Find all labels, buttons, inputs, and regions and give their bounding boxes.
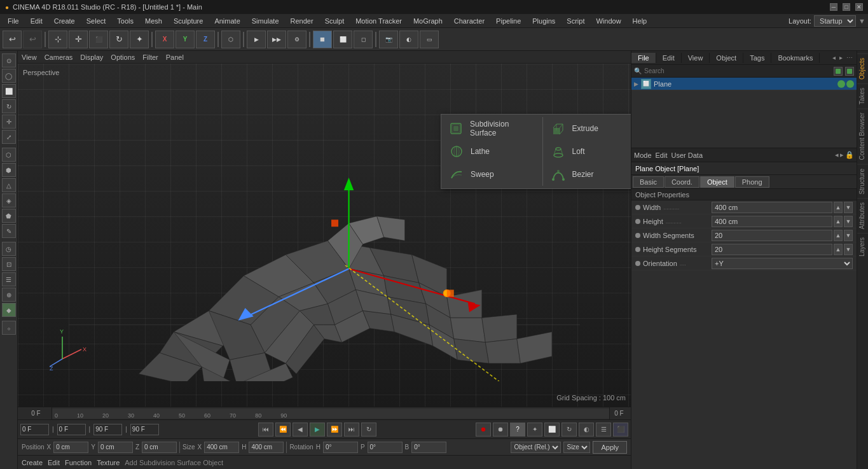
record-button[interactable]: ⏺ [476,423,491,437]
undo-button[interactable]: ↩ [3,31,22,48]
sidebar-btn-1[interactable]: ⊙ [2,53,16,67]
menu-tools[interactable]: Tools [112,16,139,26]
attr-menu-userdata[interactable]: User Data [672,151,703,159]
playback-current-field[interactable] [57,424,86,435]
menu-simulate[interactable]: Simulate [247,16,284,26]
redo-button[interactable]: ↩ [23,31,42,48]
menu-character[interactable]: Character [449,16,490,26]
attr-tab-object[interactable]: Object [700,176,734,188]
dropdown-item-sweep[interactable]: Sweep [441,163,542,186]
tab-object[interactable]: Object [710,53,743,63]
move-tool-button[interactable]: ✛ [69,31,88,48]
sidebar-btn-14[interactable]: ⊡ [2,257,16,271]
dropdown-item-lathe[interactable]: Lathe [441,140,542,163]
om-check-all[interactable] [834,67,843,76]
coord-h-rot[interactable]: 0° [323,442,358,453]
menu-select[interactable]: Select [81,16,111,26]
coord-x-pos[interactable]: 0 cm [53,442,88,453]
timeline-ruler[interactable]: 0 10 20 30 40 50 60 70 80 90 [52,409,609,419]
sidebar-btn-18[interactable]: ⬦ [2,321,16,335]
record-help-button[interactable]: ? [510,423,525,437]
universal-tool-button[interactable]: ✦ [130,31,149,48]
viewport-menu-cameras[interactable]: Cameras [45,53,73,61]
select-tool-button[interactable]: ⊹ [48,31,67,48]
status-menu-function[interactable]: Function [65,459,92,466]
axis-z-button[interactable]: Z [196,31,215,48]
attr-menu-edit[interactable]: Edit [656,151,668,159]
attr-hseg-spin-down[interactable]: ▼ [844,244,853,255]
menu-create[interactable]: Create [49,16,80,26]
vert-tab-layers[interactable]: Layers [857,233,869,260]
step-back-button[interactable]: ⏪ [275,423,291,437]
attr-width-input[interactable] [712,202,832,213]
attr-nav-left-icon[interactable]: ◂ [835,151,839,159]
sidebar-btn-15[interactable]: ☰ [2,272,16,286]
attr-height-spin-up[interactable]: ▲ [834,216,843,227]
view-wire-button[interactable]: ⬜ [333,31,352,48]
om-row-plane[interactable]: ▶ ⬜ Plane [631,78,857,90]
key-frame-button[interactable]: ⬜ [544,423,560,437]
goto-end-button[interactable]: ⏭ [344,423,359,437]
viewport-menu-filter[interactable]: Filter [142,53,158,61]
attr-wseg-spin-up[interactable]: ▲ [834,230,843,241]
sidebar-btn-16[interactable]: ⊕ [2,288,16,302]
attr-lock-icon[interactable]: 🔒 [845,151,854,159]
sidebar-btn-3[interactable]: ⬜ [2,84,16,98]
playback-start-field[interactable] [20,424,49,435]
layout-dropdown[interactable]: Startup [814,15,856,27]
om-vis-on-icon[interactable] [837,80,845,88]
play-reverse-button[interactable]: ◀ [293,423,308,437]
tab-bookmarks[interactable]: Bookmarks [771,53,820,63]
render-active-button[interactable]: ▶▶ [267,31,286,48]
vert-tab-content-browser[interactable]: Content Browser [857,108,869,164]
camera-button[interactable]: 📷 [379,31,398,48]
floor-button[interactable]: ▭ [420,31,439,48]
attr-wseg-spin-down[interactable]: ▼ [844,230,853,241]
sidebar-btn-17[interactable]: ◆ [2,303,16,317]
attr-height-spin-down[interactable]: ▼ [844,216,853,227]
viewport-menu-panel[interactable]: Panel [166,53,184,61]
attr-tab-basic[interactable]: Basic [633,176,664,188]
tab-view[interactable]: View [682,53,710,63]
key-add-button[interactable]: ✦ [527,423,542,437]
om-render-on-icon[interactable] [846,80,854,88]
sidebar-btn-5[interactable]: ✛ [2,115,16,129]
rotate-tool-button[interactable]: ↻ [109,31,128,48]
viewport-menu-display[interactable]: Display [80,53,103,61]
attr-tab-phong[interactable]: Phong [735,176,769,188]
menu-sculpt[interactable]: Sculpt [320,16,350,26]
minimize-button[interactable]: ─ [830,3,837,11]
menu-script[interactable]: Script [561,16,589,26]
render-settings-button[interactable]: ⚙ [287,31,307,48]
play-button[interactable]: ▶ [310,423,325,437]
attr-width-spin-down[interactable]: ▼ [844,202,853,213]
menu-render[interactable]: Render [286,16,319,26]
scale-tool-button[interactable]: ⬛ [89,31,108,48]
menu-help[interactable]: Help [628,16,652,26]
sidebar-btn-13[interactable]: ◷ [2,242,16,256]
axis-x-button[interactable]: X [155,31,174,48]
attr-tab-coord[interactable]: Coord. [665,176,699,188]
goto-start-button[interactable]: ⏮ [258,423,273,437]
attr-hseg-input[interactable] [712,244,832,255]
sidebar-btn-12[interactable]: ✎ [2,224,16,238]
om-search-input[interactable] [644,67,831,74]
coord-x-size[interactable]: 400 cm [204,442,239,453]
tab-tags[interactable]: Tags [743,53,771,63]
attr-nav-right-icon[interactable]: ▸ [840,151,844,159]
step-forward-button[interactable]: ⏩ [327,423,342,437]
menu-mograph[interactable]: MoGraph [408,16,448,26]
timeline-button[interactable]: ☰ [596,423,611,437]
coord-h-size[interactable]: 400 cm [249,442,284,453]
maximize-button[interactable]: □ [843,3,850,11]
record-auto-button[interactable]: ⏺ [493,423,508,437]
playback-end-field[interactable] [93,424,122,435]
menu-edit[interactable]: Edit [25,16,48,26]
coord-z-pos[interactable]: 0 cm [142,442,177,453]
menu-plugins[interactable]: Plugins [527,16,560,26]
sidebar-btn-2[interactable]: ◯ [2,69,16,83]
playback-max-field[interactable] [130,424,159,435]
close-button[interactable]: ✕ [855,3,863,11]
status-menu-create[interactable]: Create [22,459,43,466]
motion-blur-button[interactable]: ◐ [579,423,594,437]
